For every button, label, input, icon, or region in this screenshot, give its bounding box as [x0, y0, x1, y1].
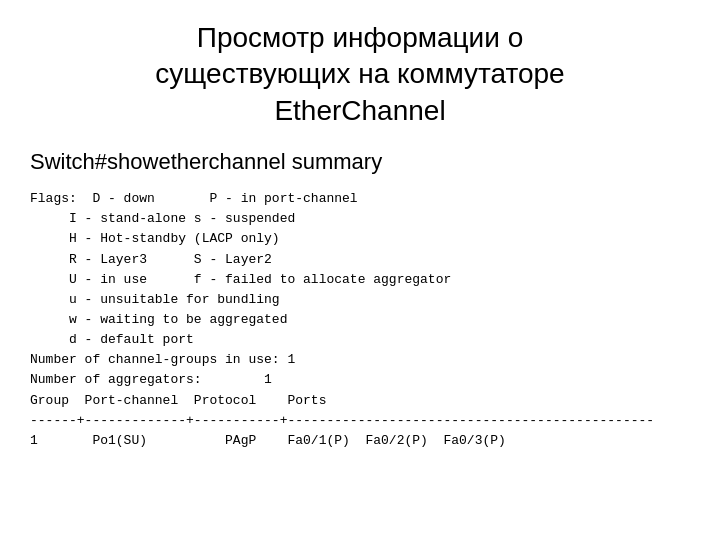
stats-line-1: Number of channel-groups in use: 1: [30, 350, 690, 370]
flags-line-4: U - in use f - failed to allocate aggreg…: [30, 270, 690, 290]
page-container: Просмотр информации о существующих на ко…: [0, 0, 720, 540]
page-title: Просмотр информации о существующих на ко…: [30, 20, 690, 129]
table-separator: ------+-------------+-----------+-------…: [30, 411, 690, 431]
flags-line-3: R - Layer3 S - Layer2: [30, 250, 690, 270]
table-row: 1 Po1(SU) PAgP Fa0/1(P) Fa0/2(P) Fa0/3(P…: [30, 431, 690, 451]
output-section: Flags: D - down P - in port-channel I - …: [30, 189, 690, 451]
stats-line-2: Number of aggregators: 1: [30, 370, 690, 390]
flags-line-1: I - stand-alone s - suspended: [30, 209, 690, 229]
flags-line-6: w - waiting to be aggregated: [30, 310, 690, 330]
flags-line-5: u - unsuitable for bundling: [30, 290, 690, 310]
table-header: Group Port-channel Protocol Ports: [30, 391, 690, 411]
flags-header: Flags: D - down P - in port-channel: [30, 189, 690, 209]
command-line: Switch#showetherchannel summary: [30, 149, 690, 175]
flags-line-2: H - Hot-standby (LACP only): [30, 229, 690, 249]
flags-line-7: d - default port: [30, 330, 690, 350]
